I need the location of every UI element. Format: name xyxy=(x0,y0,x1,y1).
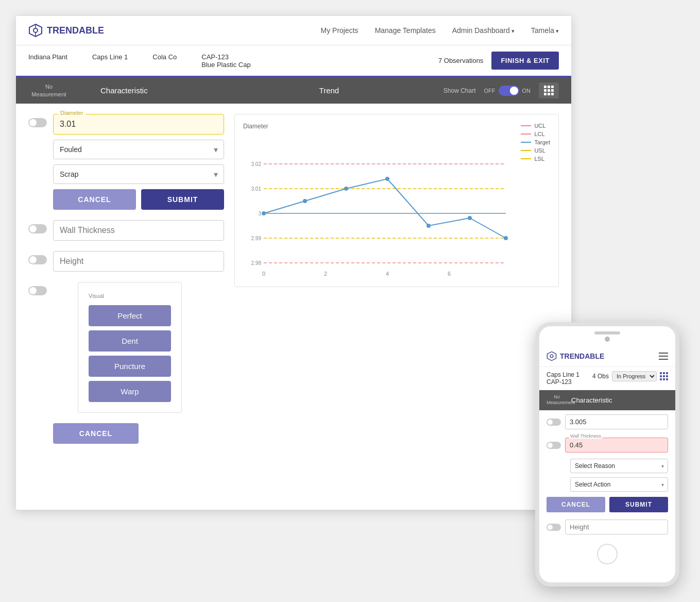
scrap-select[interactable]: Scrap xyxy=(53,164,224,184)
diameter-field-group: Diameter Fouled ▾ Scrap ▾ xyxy=(53,114,224,210)
show-chart-toggle-container: OFF ON xyxy=(484,86,531,96)
height-row xyxy=(28,251,224,272)
visual-box: Visual Perfect Dent Puncture Warp xyxy=(78,282,182,413)
diameter-no-measurement-toggle[interactable] xyxy=(28,118,47,127)
svg-marker-30 xyxy=(547,352,556,360)
obs-finish: 7 Observations FINISH & EXIT xyxy=(438,52,559,70)
logo: TRENDABLE xyxy=(28,23,104,38)
toggle-knob xyxy=(29,256,37,263)
nav-admin-dashboard[interactable]: Admin Dashboard xyxy=(452,26,515,35)
visual-dent-button[interactable]: Dent xyxy=(89,330,171,352)
nav-user-menu[interactable]: Tamela xyxy=(531,26,559,35)
finish-exit-button[interactable]: FINISH & EXIT xyxy=(491,52,559,70)
toggle-knob xyxy=(29,119,37,126)
phone-wall-thickness-input[interactable] xyxy=(565,438,668,453)
phone-home-button[interactable] xyxy=(597,544,618,564)
visual-label: Visual xyxy=(89,293,171,299)
diameter-input[interactable] xyxy=(53,114,224,135)
visual-no-measurement-toggle[interactable] xyxy=(28,286,47,295)
nav-links: My Projects Manage Templates Admin Dashb… xyxy=(321,26,559,35)
product-info: CAP-123 Blue Plastic Cap xyxy=(201,53,250,69)
phone-wall-thickness-label: Wall Thickness xyxy=(569,433,602,439)
svg-text:2.98: 2.98 xyxy=(251,260,262,266)
diameter-submit-button[interactable]: SUBMIT xyxy=(141,189,224,210)
visual-buttons: Perfect Dent Puncture Warp xyxy=(89,305,171,402)
height-field-group xyxy=(53,251,224,272)
phone-height-input-wrap xyxy=(565,520,668,534)
left-panel: Diameter Fouled ▾ Scrap ▾ xyxy=(28,114,224,444)
chart-container: Diameter UCL LCL Target xyxy=(234,114,559,287)
svg-point-17 xyxy=(385,177,389,181)
phone-submit-button[interactable]: SUBMIT xyxy=(609,497,668,512)
toggle-knob xyxy=(29,287,37,294)
toggle-knob xyxy=(510,87,518,95)
phone-toggle-knob xyxy=(548,525,553,530)
th-no-measurement: No Measurement xyxy=(28,83,70,98)
phone-diameter-input-wrap xyxy=(565,414,668,429)
phone-logo-icon xyxy=(547,351,557,361)
svg-point-16 xyxy=(344,187,348,191)
view-all-button[interactable] xyxy=(539,82,559,98)
visual-puncture-button[interactable]: Puncture xyxy=(89,356,171,377)
show-chart-toggle[interactable] xyxy=(499,86,519,96)
legend-ucl-line xyxy=(521,125,531,126)
svg-text:6: 6 xyxy=(448,271,451,277)
svg-point-15 xyxy=(303,199,307,203)
svg-text:3.02: 3.02 xyxy=(251,161,262,167)
phone-toggle-knob xyxy=(548,443,553,448)
svg-text:2.99: 2.99 xyxy=(251,236,262,241)
phone-diameter-input[interactable] xyxy=(565,414,668,429)
phone-diameter-toggle[interactable] xyxy=(547,419,561,426)
chart-legend: UCL LCL Target USL xyxy=(521,123,550,164)
legend-target: Target xyxy=(521,139,550,145)
svg-point-1 xyxy=(33,28,38,32)
bottom-cancel-button[interactable]: CANCEL xyxy=(53,423,139,444)
diameter-cancel-button[interactable]: CANCEL xyxy=(53,189,136,210)
visual-warp-button[interactable]: Warp xyxy=(89,381,171,402)
phone-cancel-button[interactable]: CANCEL xyxy=(547,497,605,512)
wall-thickness-no-measurement-toggle[interactable] xyxy=(28,224,47,233)
phone-th-characteristic: Characteristic xyxy=(571,396,612,404)
toggle-on-label: ON xyxy=(522,88,531,94)
phone-select-action[interactable]: Select Action xyxy=(570,477,668,492)
phone-obs-section: 4 Obs In Progress xyxy=(592,371,668,381)
logo-text: TRENDABLE xyxy=(47,25,104,36)
svg-point-19 xyxy=(468,216,472,220)
visual-row: Visual Perfect Dent Puncture Warp xyxy=(28,282,224,413)
nav-my-projects[interactable]: My Projects xyxy=(321,26,358,35)
phone-height-input[interactable] xyxy=(565,520,668,534)
obs-count: 7 Observations xyxy=(438,57,483,64)
desktop-app: TRENDABLE My Projects Manage Templates A… xyxy=(15,15,572,510)
wall-thickness-row xyxy=(28,220,224,241)
breadcrumb-items: Indiana Plant Caps Line 1 Cola Co CAP-12… xyxy=(28,53,251,69)
table-header: No Measurement Characteristic Trend Show… xyxy=(16,77,571,104)
phone-select-reason[interactable]: Select Reason xyxy=(570,459,668,473)
toggle-off-label: OFF xyxy=(484,88,496,94)
wall-thickness-input[interactable] xyxy=(53,220,224,241)
phone-wall-thickness-input-wrap: Wall Thickness xyxy=(565,438,668,453)
phone-grid-button[interactable] xyxy=(660,372,668,380)
phone-status-select[interactable]: In Progress xyxy=(612,371,657,381)
nav-manage-templates[interactable]: Manage Templates xyxy=(375,26,436,35)
svg-point-18 xyxy=(426,224,431,228)
scrap-select-wrapper: Scrap ▾ xyxy=(53,164,224,184)
visual-perfect-button[interactable]: Perfect xyxy=(89,305,171,326)
phone-hamburger-icon[interactable] xyxy=(659,353,668,360)
height-input[interactable] xyxy=(53,251,224,272)
phone-height-toggle[interactable] xyxy=(547,524,561,531)
phone-content: TRENDABLE Caps Line 1 CAP-123 4 Obs In P… xyxy=(539,346,675,539)
fouled-select[interactable]: Fouled xyxy=(53,140,224,159)
legend-lsl: LSL xyxy=(521,156,550,162)
diameter-input-wrap: Diameter xyxy=(53,114,224,135)
phone-diameter-row xyxy=(539,410,675,433)
svg-text:2: 2 xyxy=(324,271,327,277)
legend-lcl: LCL xyxy=(521,131,550,137)
breadcrumb-company: Cola Co xyxy=(152,53,177,69)
phone-wall-thickness-toggle[interactable] xyxy=(547,442,561,449)
height-no-measurement-toggle[interactable] xyxy=(28,255,47,264)
phone-select-action-row: Select Action ▾ xyxy=(539,475,675,494)
phone-cap-id: CAP-123 xyxy=(547,378,579,386)
phone-table-header: No Measurement Characteristic xyxy=(539,390,675,410)
phone-btn-row: CANCEL SUBMIT xyxy=(539,494,675,515)
th-characteristic: Characteristic xyxy=(70,86,215,95)
